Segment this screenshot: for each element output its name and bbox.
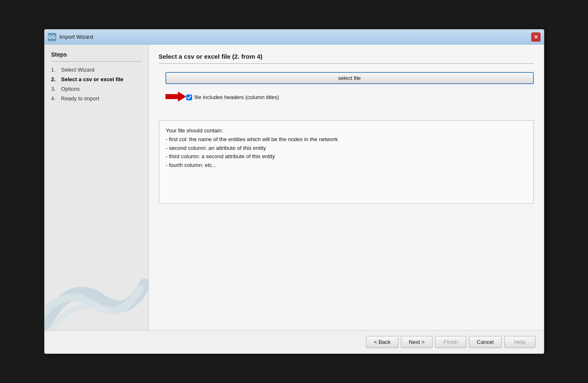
sidebar: Steps 1. Select Wizard 2. Select a csv o… xyxy=(45,45,149,330)
sidebar-heading: Steps xyxy=(51,51,142,62)
info-line-3: - second column: an attribute of this en… xyxy=(166,144,527,153)
watermark-decoration xyxy=(45,251,149,330)
footer: < Back Next > Finish Cancel Help xyxy=(45,330,544,353)
arrow-indicator xyxy=(165,91,186,104)
finish-button[interactable]: Finish xyxy=(435,336,466,348)
app-icon: GG xyxy=(48,33,56,41)
step-2: 2. Select a csv or excel file xyxy=(51,76,142,82)
info-line-2: - first col: the name of the entities wh… xyxy=(166,135,527,144)
close-button[interactable]: ✕ xyxy=(531,32,540,42)
step-4: 4. Ready to import xyxy=(51,95,142,102)
select-file-button[interactable]: select file xyxy=(165,72,534,84)
section-title: Select a csv or excel file (2. from 4) xyxy=(159,53,534,64)
main-content: Select a csv or excel file (2. from 4) s… xyxy=(149,45,544,330)
checkbox-row: file includes headers (column titles) xyxy=(165,91,534,104)
cancel-button[interactable]: Cancel xyxy=(469,336,501,348)
info-line-1: Your file should contain: xyxy=(166,127,527,135)
step-3: 3. Options xyxy=(51,86,142,92)
next-button[interactable]: Next > xyxy=(401,336,433,348)
window-body: Steps 1. Select Wizard 2. Select a csv o… xyxy=(45,45,544,330)
title-bar: GG Import Wizard ✕ xyxy=(45,30,544,45)
info-line-5: - fourth column: etc... xyxy=(166,161,527,170)
step-1: 1. Select Wizard xyxy=(51,67,142,73)
steps-list: 1. Select Wizard 2. Select a csv or exce… xyxy=(51,67,142,102)
back-button[interactable]: < Back xyxy=(366,336,398,348)
help-button[interactable]: Help xyxy=(504,336,535,348)
import-wizard-window: GG Import Wizard ✕ Steps 1. Select Wizar… xyxy=(44,29,544,354)
checkbox-label[interactable]: file includes headers (column titles) xyxy=(186,94,279,100)
headers-checkbox[interactable] xyxy=(186,95,192,100)
info-box: Your file should contain: - first col: t… xyxy=(159,120,534,204)
info-line-4: - third column: a second attribute of th… xyxy=(166,152,527,161)
window-title: Import Wizard xyxy=(60,34,531,40)
svg-marker-0 xyxy=(165,92,186,102)
